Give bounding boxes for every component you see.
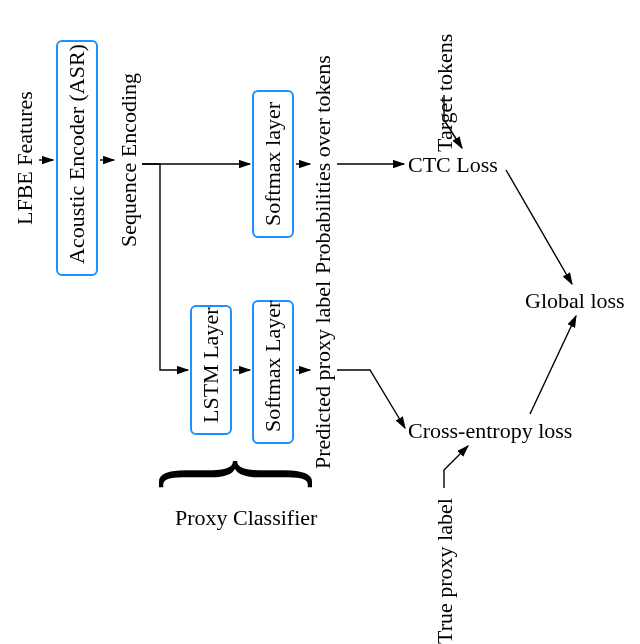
sequence-encoding-label: Sequence Encoding [116, 65, 142, 255]
proxy-classifier-label: Proxy Classifier [175, 505, 317, 531]
lstm-block: LSTM Layer [190, 305, 232, 435]
predicted-proxy-label: Predicted proxy label [310, 270, 336, 480]
cross-entropy-loss-label: Cross-entropy loss [408, 418, 572, 444]
probs-label: Probabilities over tokens [310, 40, 336, 290]
true-proxy-label: True proxy label [432, 490, 458, 644]
global-loss-label: Global loss [525, 288, 625, 314]
lfbe-features-label: LFBE Features [12, 78, 38, 238]
softmax-top-block: Softmax layer [252, 90, 294, 238]
ctc-loss-label: CTC Loss [408, 152, 498, 178]
proxy-classifier-brace: } [134, 453, 319, 495]
softmax-bottom-block: Softmax Layer [252, 300, 294, 444]
acoustic-encoder-block: Acoustic Encoder (ASR) [56, 40, 98, 276]
target-tokens-label: Target tokens [432, 18, 458, 168]
